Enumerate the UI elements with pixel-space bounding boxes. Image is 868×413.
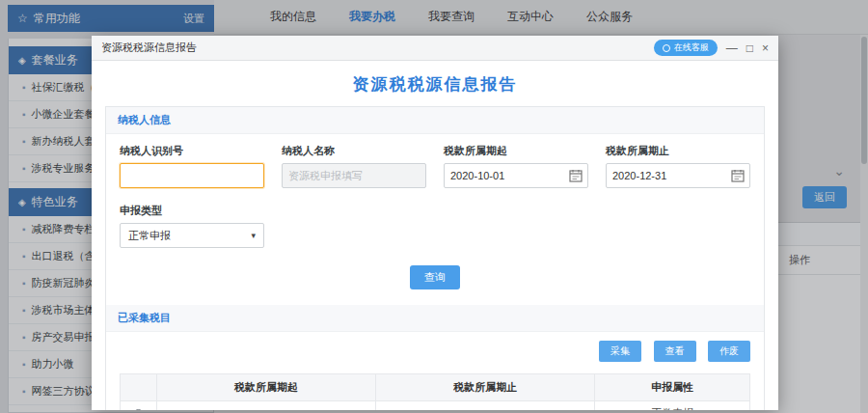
query-row: 查询 [106,254,764,305]
period-end-label: 税款所属期止 [606,144,750,158]
row-radio-selected[interactable] [133,409,144,410]
period-start-label: 税款所属期起 [444,144,588,158]
declare-type-label: 申报类型 [120,204,264,218]
modal-title: 资源税税源信息报告 [101,41,654,55]
chevron-down-icon: ▾ [251,231,256,240]
cell-declare-attr: 正常申报 [595,401,750,411]
table-row[interactable]: 2020-10-01 2020-12-31 正常申报 [121,401,750,411]
collect-button[interactable]: 采集 [599,341,641,362]
taxpayer-name-label: 纳税人名称 [282,144,426,158]
service-icon [663,44,670,52]
taxpayer-name-input[interactable] [282,163,426,188]
maximize-icon[interactable]: □ [746,42,753,54]
modal-titlebar: 资源税税源信息报告 在线客服 — □ × [92,36,778,61]
online-service-button[interactable]: 在线客服 [654,40,718,56]
page-title: 资源税税源信息报告 [105,73,765,96]
taxpayer-id-label: 纳税人识别号 [120,144,264,158]
period-start-input[interactable] [444,163,588,188]
taxpayer-id-input[interactable] [120,163,264,188]
taxpayer-form-row2: 申报类型 正常申报 ▾ [106,194,764,254]
column-header-start: 税款所属期起 [157,374,376,401]
period-end-input[interactable] [606,163,750,188]
calendar-icon[interactable] [731,169,745,182]
minimize-icon[interactable]: — [726,42,738,54]
column-header-end: 税款所属期止 [376,374,595,401]
modal-body: 资源税税源信息报告 纳税人信息 纳税人识别号 纳税人名称 税款所属期起 [92,61,778,410]
calendar-icon[interactable] [569,169,583,182]
taxpayer-form-row1: 纳税人识别号 纳税人名称 税款所属期起 [106,134,764,194]
cell-period-start: 2020-10-01 [157,401,376,411]
pill-label: 在线客服 [674,41,709,54]
declare-type-select[interactable]: 正常申报 ▾ [120,223,264,248]
query-button[interactable]: 查询 [410,265,460,289]
collected-actions: 采集 查看 作废 [106,332,764,366]
cell-period-end: 2020-12-31 [376,401,595,411]
void-button[interactable]: 作废 [708,341,750,362]
view-button[interactable]: 查看 [654,341,696,362]
section-collected-items: 已采集税目 [106,305,764,332]
column-header-attr: 申报属性 [595,374,750,401]
select-column-header [121,374,157,401]
section-taxpayer-info: 纳税人信息 [106,107,764,134]
app-root: 我的信息 我要办税 我要查询 互动中心 公众服务 ☆ 常用功能 设置 ◈ 套餐业… [0,0,868,413]
close-icon[interactable]: × [762,42,769,54]
declare-type-value: 正常申报 [128,229,171,243]
form-panel: 纳税人信息 纳税人识别号 纳税人名称 税款所属期起 [105,106,765,410]
modal-dialog: 资源税税源信息报告 在线客服 — □ × 资源税税源信息报告 纳税人信息 纳税人… [92,36,778,410]
collected-items-table: 税款所属期起 税款所属期止 申报属性 2020-10-01 2020-12-31… [120,373,750,410]
